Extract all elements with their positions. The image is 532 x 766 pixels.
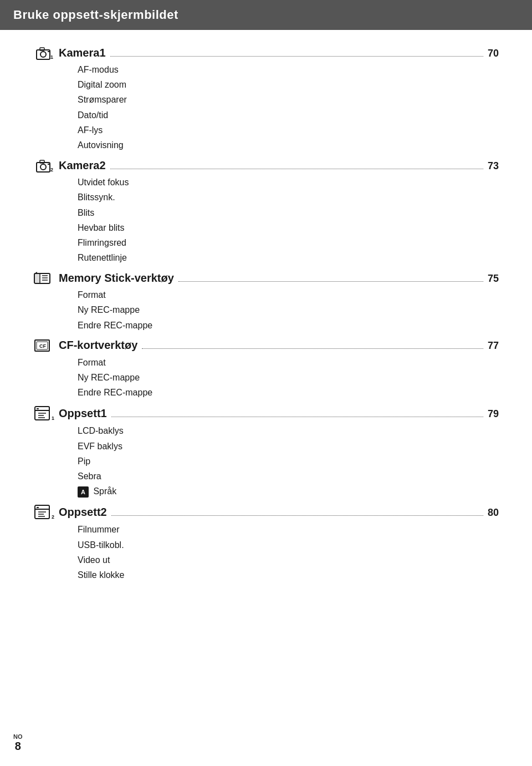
list-item: Stille klokke [78,567,499,582]
memory-stick-dots [178,281,483,282]
kamera1-page: 70 [488,48,499,59]
memory-stick-page: 75 [488,273,499,285]
list-item: Strømsparer [78,92,499,107]
page-footer: NO 8 [13,733,23,753]
list-item: Filnummer [78,522,499,537]
cf-items: Format Ny REC-mappe Endre REC-mappe [33,355,499,400]
section-oppsett2: 2 Oppsett2 80 Filnummer USB-tilkobl. Vid… [33,504,499,582]
camera1-icon: 1 [33,45,53,60]
list-item: Pip [78,454,499,469]
list-item: Endre REC-mappe [78,318,499,333]
section-oppsett1: 1 Oppsett1 79 LCD-baklys EVF baklys Pip … [33,405,499,499]
camera1-subscript: 1 [50,54,53,60]
section-kamera2: 2 Kamera2 73 Utvidet fokus Blitssynk. Bl… [33,158,499,265]
memory-stick-title: Memory Stick-verktøy [59,272,174,285]
svg-rect-19 [37,408,39,409]
list-item: Video ut [78,552,499,567]
svg-rect-9 [34,273,40,283]
list-item: EVF baklys [78,439,499,454]
svg-point-5 [40,164,46,170]
oppsett2-icon: 2 [33,504,53,520]
language-label: NO [13,733,23,740]
list-item: Dato/tid [78,108,499,123]
oppsett2-page: 80 [488,507,499,519]
kamera2-items: Utvidet fokus Blitssynk. Blits Hevbar bl… [33,175,499,265]
list-item: Ny REC-mappe [78,302,499,317]
memory-stick-items: Format Ny REC-mappe Endre REC-mappe [33,287,499,333]
list-item: AF-lys [78,123,499,138]
list-item: LCD-baklys [78,423,499,438]
language-icon: A [78,486,89,498]
cf-icon: CF [33,338,53,353]
list-item: USB-tilkobl. [78,537,499,552]
svg-rect-6 [40,160,44,163]
list-item: Endre REC-mappe [78,385,499,400]
svg-rect-2 [40,48,44,50]
oppsett1-title: Oppsett1 [59,407,107,420]
oppsett2-dots [111,515,483,516]
list-item: Format [78,355,499,370]
svg-rect-3 [48,51,49,52]
list-item: Hevbar blits [78,220,499,235]
svg-text:CF: CF [39,343,46,349]
svg-rect-25 [37,507,39,508]
kamera2-page: 73 [488,160,499,172]
list-item: Sebra [78,469,499,484]
page-number: 8 [15,740,21,753]
content-area: 1 Kamera1 70 AF-modus Digital zoom Strøm… [0,45,532,582]
section-kamera1: 1 Kamera1 70 AF-modus Digital zoom Strøm… [33,45,499,153]
cf-page: 77 [488,340,499,352]
oppsett1-subscript: 1 [52,415,54,421]
list-item: Blits [78,205,499,220]
kamera2-dots [110,169,483,169]
kamera1-dots [110,56,483,57]
list-item: Flimringsred [78,235,499,250]
kamera1-title: Kamera1 [59,47,106,59]
list-item: Utvidet fokus [78,175,499,190]
section-cf: CF CF-kortverktøy 77 Format Ny REC-mappe… [33,338,499,400]
oppsett2-title: Oppsett2 [59,506,107,519]
list-item: Ny REC-mappe [78,370,499,385]
camera2-icon: 2 [33,158,53,173]
list-item: Autovisning [78,138,499,153]
oppsett2-subscript: 2 [52,514,54,520]
list-item-sprak: A Språk [78,484,499,499]
list-item: Format [78,287,499,302]
camera2-subscript: 2 [50,167,53,173]
oppsett1-icon: 1 [33,405,53,421]
cf-dots [142,348,483,349]
section-memory-stick: Memory Stick-verktøy 75 Format Ny REC-ma… [33,271,499,333]
list-item: Blitssynk. [78,190,499,205]
page-header: Bruke oppsett-skjermbildet [0,0,532,30]
kamera1-items: AF-modus Digital zoom Strømsparer Dato/t… [33,62,499,153]
list-item: Rutenettlinje [78,250,499,265]
memory-stick-icon [33,271,53,285]
oppsett1-dots [111,417,483,417]
oppsett2-items: Filnummer USB-tilkobl. Video ut Stille k… [33,522,499,582]
oppsett1-page: 79 [488,408,499,420]
cf-title: CF-kortverktøy [59,339,137,352]
svg-rect-7 [48,164,49,165]
list-item: Digital zoom [78,77,499,92]
kamera2-title: Kamera2 [59,159,106,172]
oppsett1-items: LCD-baklys EVF baklys Pip Sebra A Språk [33,423,499,499]
page-title: Bruke oppsett-skjermbildet [13,8,519,22]
svg-point-1 [40,52,46,57]
list-item: AF-modus [78,62,499,77]
